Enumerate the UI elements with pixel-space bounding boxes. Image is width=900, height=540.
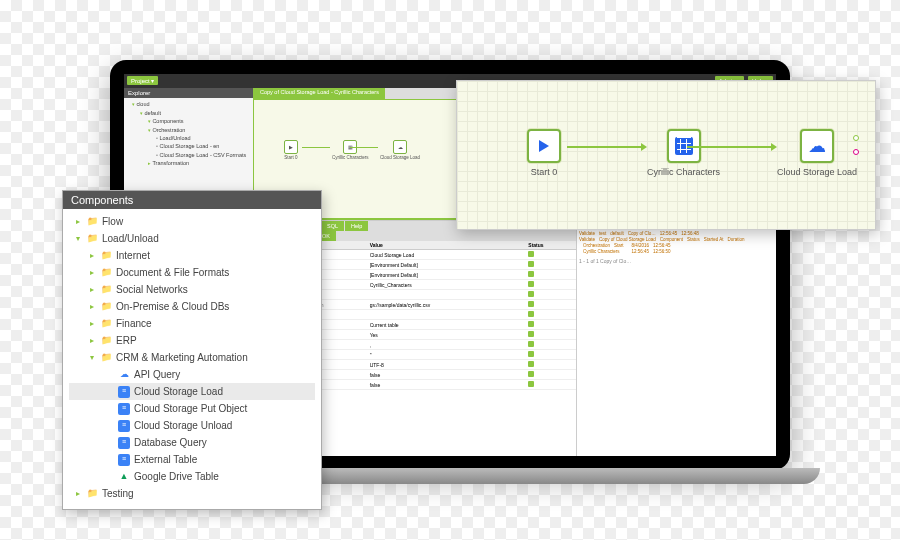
component-label: Internet xyxy=(116,248,150,263)
tree-item[interactable]: Orchestration xyxy=(126,126,251,135)
component-label: Google Drive Table xyxy=(134,469,219,484)
component-item[interactable]: ▾📁CRM & Marketing Automation xyxy=(69,349,315,366)
components-title: Components xyxy=(63,191,321,209)
cloud-icon: ☁ xyxy=(118,369,130,381)
component-label: Testing xyxy=(102,486,134,501)
component-label: Finance xyxy=(116,316,152,331)
project-menu[interactable]: Project ▾ xyxy=(127,76,158,85)
component-item[interactable]: ▾📁Load/Unload xyxy=(69,230,315,247)
tasks-panel: TaskEnvironmentVersionJobQueuedCompleted… xyxy=(576,221,776,456)
tree-item[interactable]: default xyxy=(126,109,251,118)
component-item[interactable]: ≡Cloud Storage Put Object xyxy=(69,400,315,417)
component-item[interactable]: ≡Database Query xyxy=(69,434,315,451)
explorer-tree[interactable]: clouddefaultComponentsOrchestrationLoad/… xyxy=(124,98,253,169)
components-tree[interactable]: ▸📁Flow▾📁Load/Unload▸📁Internet▸📁Document … xyxy=(63,209,321,506)
folder-icon: 📁 xyxy=(100,267,112,279)
component-label: API Query xyxy=(134,367,180,382)
component-item[interactable]: ≡Cloud Storage Load xyxy=(69,383,315,400)
connector xyxy=(350,147,378,148)
play-icon: ▶ xyxy=(284,140,298,154)
component-item[interactable]: ▸📁ERP xyxy=(69,332,315,349)
component-label: External Table xyxy=(134,452,197,467)
blue-icon: ≡ xyxy=(118,437,130,449)
task-row[interactable]: ValidateCopy of Cloud Storage LoadCompon… xyxy=(579,237,774,242)
component-item[interactable]: ▸📁Finance xyxy=(69,315,315,332)
blue-icon: ≡ xyxy=(118,454,130,466)
tab[interactable]: Help xyxy=(345,221,368,231)
folder-icon: 📁 xyxy=(100,335,112,347)
connector xyxy=(302,147,330,148)
component-item[interactable]: ☁API Query xyxy=(69,366,315,383)
tree-item[interactable]: Load/Unload xyxy=(126,134,251,142)
component-item[interactable]: ▸📁Social Networks xyxy=(69,281,315,298)
play-icon xyxy=(527,129,561,163)
folder-icon: 📁 xyxy=(86,488,98,500)
gd-icon: ▲ xyxy=(118,471,130,483)
component-item[interactable]: ▸📁Document & File Formats xyxy=(69,264,315,281)
component-label: On-Premise & Cloud DBs xyxy=(116,299,229,314)
tasks-summary: 1 - 1 of 1 Copy of Clo… xyxy=(579,258,774,264)
flow-node[interactable]: Cyrillic Characters xyxy=(647,129,720,177)
components-window[interactable]: Components ▸📁Flow▾📁Load/Unload▸📁Internet… xyxy=(62,190,322,510)
tree-item[interactable]: Cloud Storage Load - en xyxy=(126,142,251,150)
task-row[interactable]: OrchestrationStart8/4/201612:56:45 xyxy=(579,243,774,248)
task-row[interactable]: Cyrillic Characters12:56:4512:56:50 xyxy=(579,249,774,254)
tree-item[interactable]: Cloud Storage Load - CSV Formats xyxy=(126,151,251,159)
node-start[interactable]: ▶Start 0 xyxy=(284,140,298,160)
connector-arrow xyxy=(567,146,643,148)
folder-icon: 📁 xyxy=(100,250,112,262)
tree-item[interactable]: cloud xyxy=(126,100,251,109)
explorer-title: Explorer xyxy=(124,88,253,98)
cloud-icon: ☁ xyxy=(800,129,834,163)
task-row[interactable]: ValidatetestdefaultCopy of Clo…12:56:451… xyxy=(579,231,774,236)
folder-icon: 📁 xyxy=(100,352,112,364)
component-item[interactable]: ▸📁Flow xyxy=(69,213,315,230)
folder-icon: 📁 xyxy=(100,284,112,296)
component-item[interactable]: ▸📁Testing xyxy=(69,485,315,502)
component-item[interactable]: ≡External Table xyxy=(69,451,315,468)
connector-arrow xyxy=(687,146,773,148)
tree-item[interactable]: Transformation xyxy=(126,159,251,168)
component-item[interactable]: ▸📁On-Premise & Cloud DBs xyxy=(69,298,315,315)
flow-node[interactable]: Start 0 xyxy=(527,129,561,177)
blue-icon: ≡ xyxy=(118,420,130,432)
component-label: Document & File Formats xyxy=(116,265,229,280)
node-cloud-storage[interactable]: ☁Cloud Storage Load xyxy=(380,140,420,160)
node-cyrillic[interactable]: ▦Cyrillic Characters xyxy=(332,140,369,160)
folder-icon: 📁 xyxy=(100,318,112,330)
folder-icon: 📁 xyxy=(100,301,112,313)
component-label: Cloud Storage Unload xyxy=(134,418,232,433)
cloud-icon: ☁ xyxy=(393,140,407,154)
canvas-tab[interactable]: Copy of Cloud Storage Load - Cyrillic Ch… xyxy=(254,88,385,99)
component-label: CRM & Marketing Automation xyxy=(116,350,248,365)
canvas-zoom-window: Start 0Cyrillic Characters☁Cloud Storage… xyxy=(456,80,876,230)
flow-node[interactable]: ☁Cloud Storage Load xyxy=(777,129,857,177)
component-label: Load/Unload xyxy=(102,231,159,246)
component-label: Social Networks xyxy=(116,282,188,297)
blue-icon: ≡ xyxy=(118,403,130,415)
tab[interactable]: SQL xyxy=(321,221,344,231)
component-label: Cloud Storage Load xyxy=(134,384,223,399)
tree-item[interactable]: Components xyxy=(126,117,251,126)
folder-icon: 📁 xyxy=(86,233,98,245)
component-label: Flow xyxy=(102,214,123,229)
component-label: ERP xyxy=(116,333,137,348)
component-label: Database Query xyxy=(134,435,207,450)
blue-icon: ≡ xyxy=(118,386,130,398)
component-item[interactable]: ▲Google Drive Table xyxy=(69,468,315,485)
component-item[interactable]: ▸📁Internet xyxy=(69,247,315,264)
component-item[interactable]: ≡Cloud Storage Unload xyxy=(69,417,315,434)
component-label: Cloud Storage Put Object xyxy=(134,401,247,416)
folder-icon: 📁 xyxy=(86,216,98,228)
